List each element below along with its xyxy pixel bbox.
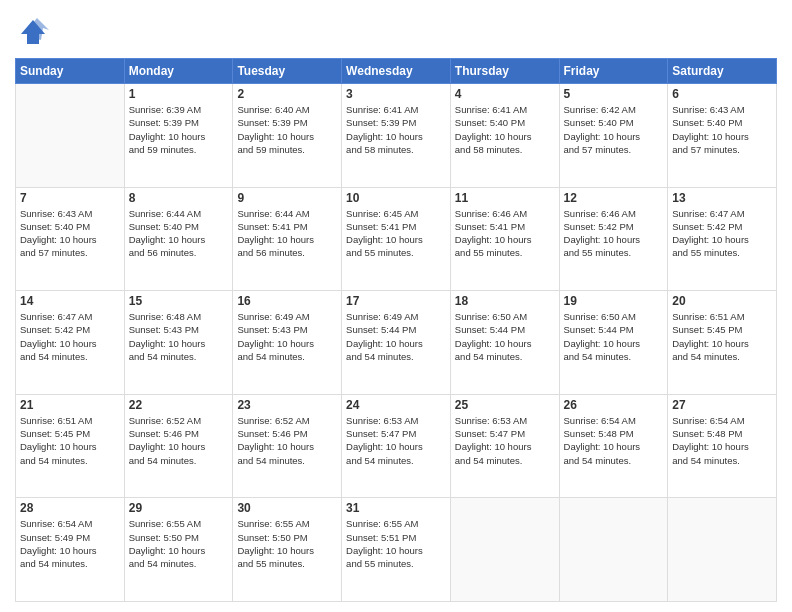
calendar-cell: 27Sunrise: 6:54 AMSunset: 5:48 PMDayligh… <box>668 394 777 498</box>
day-number: 11 <box>455 191 555 205</box>
cell-content: Sunrise: 6:49 AMSunset: 5:43 PMDaylight:… <box>237 310 337 363</box>
calendar-cell <box>450 498 559 602</box>
cell-content: Sunrise: 6:43 AMSunset: 5:40 PMDaylight:… <box>20 207 120 260</box>
calendar-cell: 12Sunrise: 6:46 AMSunset: 5:42 PMDayligh… <box>559 187 668 291</box>
day-number: 22 <box>129 398 229 412</box>
calendar-cell: 31Sunrise: 6:55 AMSunset: 5:51 PMDayligh… <box>342 498 451 602</box>
col-header-tuesday: Tuesday <box>233 59 342 84</box>
calendar-week-2: 14Sunrise: 6:47 AMSunset: 5:42 PMDayligh… <box>16 291 777 395</box>
day-number: 10 <box>346 191 446 205</box>
cell-content: Sunrise: 6:43 AMSunset: 5:40 PMDaylight:… <box>672 103 772 156</box>
col-header-sunday: Sunday <box>16 59 125 84</box>
calendar-cell: 8Sunrise: 6:44 AMSunset: 5:40 PMDaylight… <box>124 187 233 291</box>
day-number: 24 <box>346 398 446 412</box>
cell-content: Sunrise: 6:54 AMSunset: 5:48 PMDaylight:… <box>672 414 772 467</box>
day-number: 6 <box>672 87 772 101</box>
cell-content: Sunrise: 6:52 AMSunset: 5:46 PMDaylight:… <box>129 414 229 467</box>
cell-content: Sunrise: 6:41 AMSunset: 5:40 PMDaylight:… <box>455 103 555 156</box>
page: SundayMondayTuesdayWednesdayThursdayFrid… <box>0 0 792 612</box>
calendar-header-row: SundayMondayTuesdayWednesdayThursdayFrid… <box>16 59 777 84</box>
cell-content: Sunrise: 6:40 AMSunset: 5:39 PMDaylight:… <box>237 103 337 156</box>
day-number: 18 <box>455 294 555 308</box>
calendar-cell: 15Sunrise: 6:48 AMSunset: 5:43 PMDayligh… <box>124 291 233 395</box>
cell-content: Sunrise: 6:55 AMSunset: 5:50 PMDaylight:… <box>129 517 229 570</box>
calendar-cell: 17Sunrise: 6:49 AMSunset: 5:44 PMDayligh… <box>342 291 451 395</box>
col-header-thursday: Thursday <box>450 59 559 84</box>
day-number: 26 <box>564 398 664 412</box>
day-number: 30 <box>237 501 337 515</box>
cell-content: Sunrise: 6:54 AMSunset: 5:49 PMDaylight:… <box>20 517 120 570</box>
calendar-cell: 9Sunrise: 6:44 AMSunset: 5:41 PMDaylight… <box>233 187 342 291</box>
calendar-cell: 21Sunrise: 6:51 AMSunset: 5:45 PMDayligh… <box>16 394 125 498</box>
calendar-cell: 19Sunrise: 6:50 AMSunset: 5:44 PMDayligh… <box>559 291 668 395</box>
calendar-cell: 16Sunrise: 6:49 AMSunset: 5:43 PMDayligh… <box>233 291 342 395</box>
calendar-cell: 4Sunrise: 6:41 AMSunset: 5:40 PMDaylight… <box>450 84 559 188</box>
day-number: 13 <box>672 191 772 205</box>
calendar-cell: 23Sunrise: 6:52 AMSunset: 5:46 PMDayligh… <box>233 394 342 498</box>
calendar-week-4: 28Sunrise: 6:54 AMSunset: 5:49 PMDayligh… <box>16 498 777 602</box>
cell-content: Sunrise: 6:46 AMSunset: 5:41 PMDaylight:… <box>455 207 555 260</box>
day-number: 9 <box>237 191 337 205</box>
col-header-saturday: Saturday <box>668 59 777 84</box>
calendar-cell: 7Sunrise: 6:43 AMSunset: 5:40 PMDaylight… <box>16 187 125 291</box>
calendar-cell: 1Sunrise: 6:39 AMSunset: 5:39 PMDaylight… <box>124 84 233 188</box>
calendar-week-0: 1Sunrise: 6:39 AMSunset: 5:39 PMDaylight… <box>16 84 777 188</box>
calendar-cell: 10Sunrise: 6:45 AMSunset: 5:41 PMDayligh… <box>342 187 451 291</box>
cell-content: Sunrise: 6:39 AMSunset: 5:39 PMDaylight:… <box>129 103 229 156</box>
cell-content: Sunrise: 6:53 AMSunset: 5:47 PMDaylight:… <box>346 414 446 467</box>
logo <box>15 14 55 50</box>
col-header-monday: Monday <box>124 59 233 84</box>
cell-content: Sunrise: 6:44 AMSunset: 5:41 PMDaylight:… <box>237 207 337 260</box>
cell-content: Sunrise: 6:42 AMSunset: 5:40 PMDaylight:… <box>564 103 664 156</box>
day-number: 20 <box>672 294 772 308</box>
cell-content: Sunrise: 6:45 AMSunset: 5:41 PMDaylight:… <box>346 207 446 260</box>
cell-content: Sunrise: 6:51 AMSunset: 5:45 PMDaylight:… <box>672 310 772 363</box>
calendar-cell: 11Sunrise: 6:46 AMSunset: 5:41 PMDayligh… <box>450 187 559 291</box>
day-number: 25 <box>455 398 555 412</box>
cell-content: Sunrise: 6:54 AMSunset: 5:48 PMDaylight:… <box>564 414 664 467</box>
calendar-cell: 22Sunrise: 6:52 AMSunset: 5:46 PMDayligh… <box>124 394 233 498</box>
day-number: 29 <box>129 501 229 515</box>
day-number: 16 <box>237 294 337 308</box>
calendar-cell: 29Sunrise: 6:55 AMSunset: 5:50 PMDayligh… <box>124 498 233 602</box>
calendar-cell: 25Sunrise: 6:53 AMSunset: 5:47 PMDayligh… <box>450 394 559 498</box>
logo-icon <box>15 14 51 50</box>
cell-content: Sunrise: 6:47 AMSunset: 5:42 PMDaylight:… <box>672 207 772 260</box>
calendar-week-3: 21Sunrise: 6:51 AMSunset: 5:45 PMDayligh… <box>16 394 777 498</box>
day-number: 23 <box>237 398 337 412</box>
day-number: 7 <box>20 191 120 205</box>
header <box>15 10 777 50</box>
day-number: 15 <box>129 294 229 308</box>
day-number: 12 <box>564 191 664 205</box>
cell-content: Sunrise: 6:50 AMSunset: 5:44 PMDaylight:… <box>455 310 555 363</box>
day-number: 3 <box>346 87 446 101</box>
calendar-week-1: 7Sunrise: 6:43 AMSunset: 5:40 PMDaylight… <box>16 187 777 291</box>
day-number: 21 <box>20 398 120 412</box>
cell-content: Sunrise: 6:41 AMSunset: 5:39 PMDaylight:… <box>346 103 446 156</box>
cell-content: Sunrise: 6:55 AMSunset: 5:50 PMDaylight:… <box>237 517 337 570</box>
day-number: 1 <box>129 87 229 101</box>
calendar-cell: 24Sunrise: 6:53 AMSunset: 5:47 PMDayligh… <box>342 394 451 498</box>
calendar-cell: 26Sunrise: 6:54 AMSunset: 5:48 PMDayligh… <box>559 394 668 498</box>
day-number: 19 <box>564 294 664 308</box>
day-number: 31 <box>346 501 446 515</box>
calendar-cell: 3Sunrise: 6:41 AMSunset: 5:39 PMDaylight… <box>342 84 451 188</box>
day-number: 4 <box>455 87 555 101</box>
calendar-cell <box>559 498 668 602</box>
cell-content: Sunrise: 6:53 AMSunset: 5:47 PMDaylight:… <box>455 414 555 467</box>
calendar-cell: 28Sunrise: 6:54 AMSunset: 5:49 PMDayligh… <box>16 498 125 602</box>
cell-content: Sunrise: 6:49 AMSunset: 5:44 PMDaylight:… <box>346 310 446 363</box>
cell-content: Sunrise: 6:52 AMSunset: 5:46 PMDaylight:… <box>237 414 337 467</box>
col-header-wednesday: Wednesday <box>342 59 451 84</box>
day-number: 17 <box>346 294 446 308</box>
day-number: 27 <box>672 398 772 412</box>
day-number: 14 <box>20 294 120 308</box>
calendar-cell: 30Sunrise: 6:55 AMSunset: 5:50 PMDayligh… <box>233 498 342 602</box>
calendar-cell: 6Sunrise: 6:43 AMSunset: 5:40 PMDaylight… <box>668 84 777 188</box>
col-header-friday: Friday <box>559 59 668 84</box>
calendar-cell: 2Sunrise: 6:40 AMSunset: 5:39 PMDaylight… <box>233 84 342 188</box>
calendar-cell: 20Sunrise: 6:51 AMSunset: 5:45 PMDayligh… <box>668 291 777 395</box>
cell-content: Sunrise: 6:47 AMSunset: 5:42 PMDaylight:… <box>20 310 120 363</box>
day-number: 5 <box>564 87 664 101</box>
cell-content: Sunrise: 6:48 AMSunset: 5:43 PMDaylight:… <box>129 310 229 363</box>
